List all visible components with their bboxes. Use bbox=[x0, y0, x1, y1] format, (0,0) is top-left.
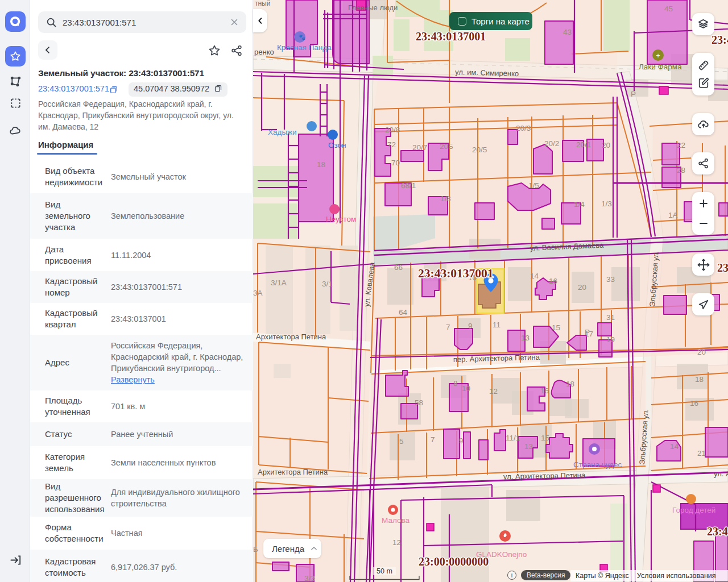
svg-text:Архитектора Петина: Архитектора Петина bbox=[256, 332, 326, 341]
svg-text:22: 22 bbox=[677, 141, 685, 149]
svg-text:14: 14 bbox=[530, 272, 539, 280]
svg-text:23:00:0000000: 23:00:0000000 bbox=[419, 555, 489, 568]
svg-text:3/3: 3/3 bbox=[304, 574, 315, 582]
svg-text:33: 33 bbox=[606, 275, 615, 284]
svg-text:3А: 3А bbox=[253, 289, 263, 297]
svg-text:15: 15 bbox=[552, 323, 560, 332]
svg-text:1/8: 1/8 bbox=[440, 194, 451, 203]
svg-text:23:4: 23:4 bbox=[712, 34, 728, 46]
svg-text:72: 72 bbox=[387, 140, 396, 149]
svg-text:19: 19 bbox=[606, 335, 615, 344]
svg-text:Хадыжи: Хадыжи bbox=[268, 128, 297, 136]
svg-text:43: 43 bbox=[563, 28, 572, 36]
svg-text:31: 31 bbox=[606, 313, 615, 322]
svg-text:23:43:0137001: 23:43:0137001 bbox=[416, 30, 486, 43]
svg-text:Страна чудес: Страна чудес bbox=[573, 460, 622, 469]
svg-text:8: 8 bbox=[453, 379, 458, 388]
svg-text:Архитектора Петина: Архитектора Петина bbox=[258, 468, 328, 476]
svg-text:11: 11 bbox=[493, 321, 500, 329]
svg-text:3/1: 3/1 bbox=[322, 280, 333, 288]
svg-text:20: 20 bbox=[697, 348, 706, 356]
svg-text:тный: тный bbox=[255, 0, 270, 7]
svg-text:14: 14 bbox=[670, 442, 679, 451]
svg-text:66: 66 bbox=[394, 263, 403, 272]
svg-text:23:43:0137001: 23:43:0137001 bbox=[418, 267, 494, 280]
svg-text:16: 16 bbox=[549, 277, 557, 285]
svg-text:16: 16 bbox=[690, 399, 698, 408]
svg-text:20: 20 bbox=[602, 141, 610, 149]
svg-text:Озон: Озон bbox=[328, 141, 346, 149]
svg-text:Б: Б bbox=[253, 545, 258, 554]
svg-text:7: 7 bbox=[446, 323, 450, 331]
svg-text:10: 10 bbox=[462, 384, 470, 393]
svg-text:Красная Панда: Красная Панда bbox=[277, 43, 332, 52]
svg-text:28: 28 bbox=[677, 166, 685, 174]
svg-text:1/4: 1/4 bbox=[574, 200, 585, 209]
svg-text:11/1: 11/1 bbox=[506, 434, 520, 442]
svg-text:1A: 1A bbox=[668, 211, 678, 219]
svg-text:13: 13 bbox=[524, 442, 533, 451]
svg-text:Главные люди: Главные люди bbox=[348, 3, 398, 12]
svg-text:ул. Архитектора Петина: ул. Архитектора Петина bbox=[503, 471, 586, 481]
svg-text:23:4: 23:4 bbox=[707, 525, 728, 538]
svg-text:21: 21 bbox=[697, 449, 706, 458]
svg-text:20/8: 20/8 bbox=[385, 126, 400, 134]
svg-text:12: 12 bbox=[392, 538, 401, 547]
svg-text:13: 13 bbox=[521, 334, 530, 342]
svg-text:20/1: 20/1 bbox=[576, 140, 591, 149]
svg-text:58: 58 bbox=[415, 398, 423, 407]
svg-text:20/5: 20/5 bbox=[472, 146, 487, 154]
svg-text:12: 12 bbox=[489, 387, 498, 396]
svg-text:20/7: 20/7 bbox=[412, 143, 427, 152]
svg-text:+: + bbox=[656, 51, 660, 60]
svg-text:Неустом: Неустом bbox=[326, 215, 356, 223]
svg-text:3/1A: 3/1A bbox=[271, 278, 287, 287]
svg-text:Р: Р bbox=[631, 90, 636, 98]
svg-text:Р: Р bbox=[585, 328, 590, 336]
svg-text:16: 16 bbox=[540, 386, 549, 395]
svg-text:23:4: 23:4 bbox=[717, 261, 728, 274]
svg-text:15: 15 bbox=[541, 434, 549, 442]
svg-text:7: 7 bbox=[431, 435, 435, 444]
svg-text:5: 5 bbox=[399, 437, 404, 446]
svg-text:20Б: 20Б bbox=[440, 142, 453, 151]
svg-text:45: 45 bbox=[664, 5, 673, 13]
svg-text:18: 18 bbox=[695, 375, 704, 384]
svg-text:ул. им. Симиренко: ул. им. Симиренко bbox=[455, 68, 519, 78]
svg-text:ренко: ренко bbox=[254, 48, 274, 56]
svg-text:64: 64 bbox=[399, 308, 408, 317]
svg-text:9: 9 bbox=[459, 436, 464, 445]
svg-text:Лаки Фарма: Лаки Фарма bbox=[639, 63, 682, 71]
svg-text:18: 18 bbox=[566, 380, 574, 388]
svg-text:20/2: 20/2 bbox=[544, 139, 559, 148]
svg-text:20: 20 bbox=[578, 283, 586, 292]
svg-text:20/3: 20/3 bbox=[516, 124, 531, 132]
svg-text:Город детей: Город детей bbox=[672, 506, 715, 514]
svg-text:🐾: 🐾 bbox=[299, 34, 306, 41]
svg-text:70: 70 bbox=[391, 159, 400, 167]
svg-text:1/5: 1/5 bbox=[528, 181, 539, 190]
svg-text:Малова: Малова bbox=[382, 516, 410, 525]
svg-text:68/1: 68/1 bbox=[401, 181, 416, 190]
svg-text:ул. Ар: ул. Ар bbox=[714, 469, 728, 478]
svg-text:1/3: 1/3 bbox=[601, 199, 612, 208]
svg-text:18: 18 bbox=[317, 160, 325, 169]
svg-text:9: 9 bbox=[468, 322, 473, 330]
